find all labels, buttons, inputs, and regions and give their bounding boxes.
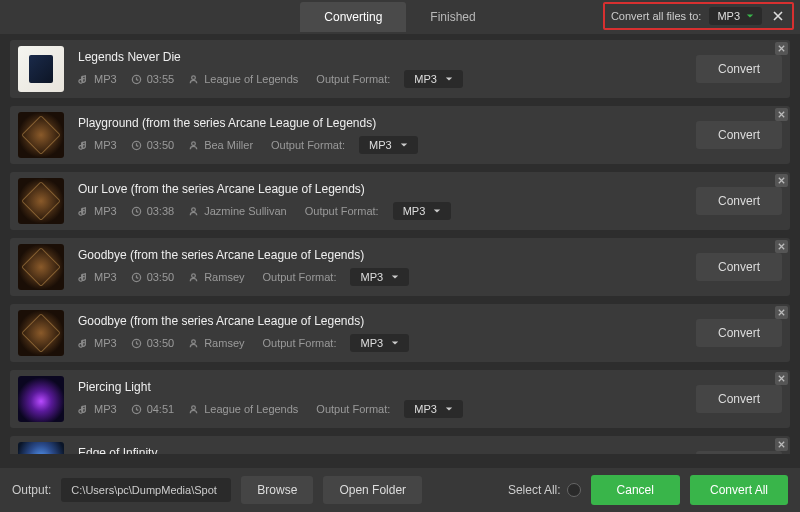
tab-converting[interactable]: Converting bbox=[300, 2, 406, 32]
chevron-down-icon bbox=[391, 273, 399, 281]
artist-value: Ramsey bbox=[204, 337, 244, 349]
header-bar: Converting Finished Convert all files to… bbox=[0, 0, 800, 34]
format-chip: MP3 bbox=[78, 139, 117, 151]
duration-value: 03:50 bbox=[147, 337, 175, 349]
remove-row-button[interactable] bbox=[775, 108, 788, 121]
format-chip: MP3 bbox=[78, 73, 117, 85]
cancel-button[interactable]: Cancel bbox=[591, 475, 680, 505]
duration-chip: 03:55 bbox=[131, 73, 175, 85]
track-row: Playground (from the series Arcane Leagu… bbox=[10, 106, 790, 164]
person-icon bbox=[188, 272, 199, 283]
artist-chip: League of Legends bbox=[188, 73, 298, 85]
convert-button[interactable]: Convert bbox=[696, 55, 782, 83]
svg-point-5 bbox=[192, 207, 196, 211]
remove-row-button[interactable] bbox=[775, 372, 788, 385]
album-art bbox=[18, 442, 64, 454]
footer-bar: Output: C:\Users\pc\DumpMedia\Spot Brows… bbox=[0, 468, 800, 512]
track-meta: Our Love (from the series Arcane League … bbox=[78, 182, 686, 220]
x-icon bbox=[777, 440, 786, 449]
remove-row-button[interactable] bbox=[775, 240, 788, 253]
output-format-select[interactable]: MP3 bbox=[350, 268, 409, 286]
artist-chip: Ramsey bbox=[188, 337, 244, 349]
remove-row-button[interactable] bbox=[775, 438, 788, 451]
close-icon[interactable] bbox=[770, 8, 786, 24]
format-value: MP3 bbox=[94, 205, 117, 217]
album-art bbox=[18, 112, 64, 158]
output-format-value: MP3 bbox=[403, 205, 426, 217]
duration-value: 03:50 bbox=[147, 271, 175, 283]
open-folder-button[interactable]: Open Folder bbox=[323, 476, 422, 504]
output-format-select[interactable]: MP3 bbox=[404, 400, 463, 418]
clock-icon bbox=[131, 140, 142, 151]
convert-button[interactable]: Convert bbox=[696, 187, 782, 215]
duration-value: 03:38 bbox=[147, 205, 175, 217]
output-path[interactable]: C:\Users\pc\DumpMedia\Spot bbox=[61, 478, 231, 502]
output-format-label: Output Format: bbox=[263, 337, 337, 349]
duration-chip: 04:51 bbox=[131, 403, 175, 415]
person-icon bbox=[188, 140, 199, 151]
music-note-icon bbox=[78, 206, 89, 217]
format-chip: MP3 bbox=[78, 337, 117, 349]
convert-all-label: Convert All bbox=[710, 483, 768, 497]
music-note-icon bbox=[78, 272, 89, 283]
artist-chip: League of Legends bbox=[188, 403, 298, 415]
output-format-select[interactable]: MP3 bbox=[404, 70, 463, 88]
album-art bbox=[18, 376, 64, 422]
output-label: Output: bbox=[12, 483, 51, 497]
tab-label: Finished bbox=[430, 10, 475, 24]
music-note-icon bbox=[78, 140, 89, 151]
remove-row-button[interactable] bbox=[775, 42, 788, 55]
convert-button-label: Convert bbox=[718, 326, 760, 340]
x-icon bbox=[772, 10, 784, 22]
select-all-group: Select All: bbox=[508, 483, 581, 497]
open-folder-label: Open Folder bbox=[339, 483, 406, 497]
duration-value: 03:50 bbox=[147, 139, 175, 151]
convert-button[interactable]: Convert bbox=[696, 451, 782, 454]
output-format-value: MP3 bbox=[414, 73, 437, 85]
track-row: Our Love (from the series Arcane League … bbox=[10, 172, 790, 230]
artist-chip: Bea Miller bbox=[188, 139, 253, 151]
duration-chip: 03:50 bbox=[131, 139, 175, 151]
track-row: Goodbye (from the series Arcane League o… bbox=[10, 238, 790, 296]
convert-all-format-select[interactable]: MP3 bbox=[709, 7, 762, 25]
album-art bbox=[18, 244, 64, 290]
output-format-select[interactable]: MP3 bbox=[350, 334, 409, 352]
remove-row-button[interactable] bbox=[775, 306, 788, 319]
convert-button-label: Convert bbox=[718, 392, 760, 406]
select-all-checkbox[interactable] bbox=[567, 483, 581, 497]
output-format-value: MP3 bbox=[360, 337, 383, 349]
convert-button[interactable]: Convert bbox=[696, 319, 782, 347]
track-title: Goodbye (from the series Arcane League o… bbox=[78, 248, 686, 262]
x-icon bbox=[777, 176, 786, 185]
track-subline: MP3 03:50 Ramsey Output Format: MP3 bbox=[78, 334, 686, 352]
clock-icon bbox=[131, 74, 142, 85]
convert-button[interactable]: Convert bbox=[696, 121, 782, 149]
track-row: Edge of Infinity MP3 04:01 League of Leg… bbox=[10, 436, 790, 454]
convert-button[interactable]: Convert bbox=[696, 253, 782, 281]
chevron-down-icon bbox=[433, 207, 441, 215]
track-subline: MP3 03:55 League of Legends Output Forma… bbox=[78, 70, 686, 88]
convert-all-button[interactable]: Convert All bbox=[690, 475, 788, 505]
track-row: Goodbye (from the series Arcane League o… bbox=[10, 304, 790, 362]
output-format-select[interactable]: MP3 bbox=[393, 202, 452, 220]
album-art bbox=[18, 46, 64, 92]
x-icon bbox=[777, 110, 786, 119]
album-art bbox=[18, 178, 64, 224]
duration-chip: 03:38 bbox=[131, 205, 175, 217]
artist-chip: Ramsey bbox=[188, 271, 244, 283]
convert-all-format-value: MP3 bbox=[717, 10, 740, 22]
track-row: Legends Never Die MP3 03:55 League of Le… bbox=[10, 40, 790, 98]
music-note-icon bbox=[78, 74, 89, 85]
format-value: MP3 bbox=[94, 337, 117, 349]
select-all-label: Select All: bbox=[508, 483, 561, 497]
track-title: Playground (from the series Arcane Leagu… bbox=[78, 116, 686, 130]
browse-button[interactable]: Browse bbox=[241, 476, 313, 504]
tab-finished[interactable]: Finished bbox=[406, 2, 499, 32]
convert-button-label: Convert bbox=[718, 128, 760, 142]
person-icon bbox=[188, 338, 199, 349]
track-meta: Playground (from the series Arcane Leagu… bbox=[78, 116, 686, 154]
track-list[interactable]: Legends Never Die MP3 03:55 League of Le… bbox=[0, 34, 800, 454]
remove-row-button[interactable] bbox=[775, 174, 788, 187]
convert-button[interactable]: Convert bbox=[696, 385, 782, 413]
output-format-select[interactable]: MP3 bbox=[359, 136, 418, 154]
